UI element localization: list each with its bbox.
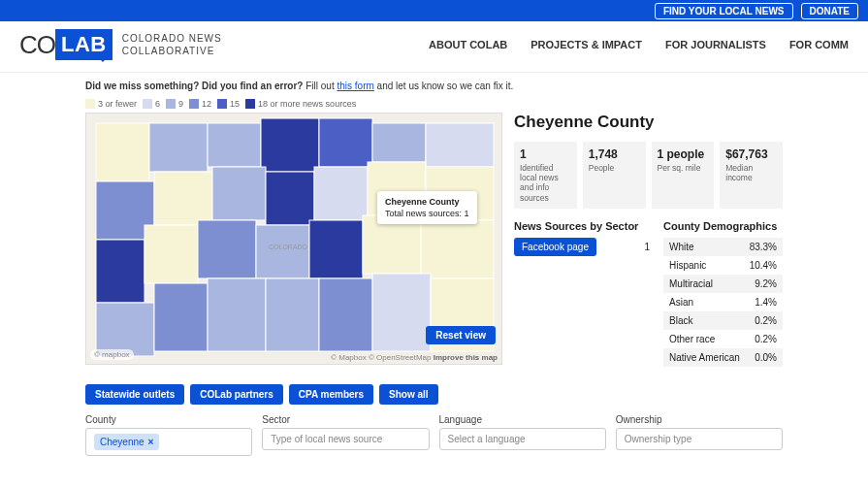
logo-subtitle: COLORADO NEWSCOLLABORATIVE bbox=[122, 32, 222, 57]
stat-income: $67,763Median income bbox=[720, 142, 783, 209]
county-filter-input[interactable]: Cheyenne× bbox=[85, 428, 252, 456]
demographics-table: White83.3% Hispanic10.4% Multiracial9.2%… bbox=[663, 238, 783, 367]
nav-projects[interactable]: PROJECTS & IMPACT bbox=[530, 39, 642, 50]
nav-journalists[interactable]: FOR JOURNALISTS bbox=[665, 39, 766, 50]
header: CO LAB COLORADO NEWSCOLLABORATIVE ABOUT … bbox=[0, 21, 868, 73]
remove-tag-icon[interactable]: × bbox=[148, 437, 154, 447]
svg-rect-4 bbox=[261, 118, 319, 172]
improve-map-link[interactable]: Improve this map bbox=[434, 353, 498, 362]
language-filter-label: Language bbox=[439, 414, 606, 425]
svg-rect-7 bbox=[426, 123, 494, 167]
pill-statewide[interactable]: Statewide outlets bbox=[85, 384, 184, 405]
svg-text:COLORADO: COLORADO bbox=[269, 244, 308, 250]
nav-communities[interactable]: FOR COMM bbox=[789, 39, 849, 50]
svg-rect-26 bbox=[319, 278, 372, 351]
pill-cpa[interactable]: CPA members bbox=[289, 384, 373, 405]
svg-rect-19 bbox=[309, 220, 363, 278]
svg-rect-10 bbox=[212, 167, 266, 220]
county-tag: Cheyenne× bbox=[94, 434, 159, 450]
demographics-heading: County Demographics bbox=[663, 220, 783, 232]
map-legend: 3 or fewer 6 9 12 15 18 or more news sou… bbox=[85, 99, 783, 109]
sectors-heading: News Sources by Sector bbox=[514, 220, 650, 232]
logo-lab: LAB bbox=[55, 29, 113, 60]
svg-rect-22 bbox=[96, 303, 154, 356]
county-filter-label: County bbox=[85, 414, 252, 425]
stat-sources: 1Identified local news and info sources bbox=[514, 142, 577, 209]
svg-rect-23 bbox=[154, 283, 208, 351]
top-bar: FIND YOUR LOCAL NEWS DONATE bbox=[0, 0, 868, 21]
svg-rect-25 bbox=[266, 278, 319, 351]
pill-colab[interactable]: COLab partners bbox=[190, 384, 283, 405]
reset-view-button[interactable]: Reset view bbox=[426, 326, 496, 344]
svg-rect-27 bbox=[372, 274, 431, 351]
map-tooltip: Cheyenne County Total news sources: 1 bbox=[377, 191, 477, 224]
sector-facebook-pill[interactable]: Facebook page bbox=[514, 238, 596, 256]
svg-rect-2 bbox=[149, 123, 208, 172]
logo[interactable]: CO LAB COLORADO NEWSCOLLABORATIVE bbox=[19, 29, 222, 60]
logo-co: CO bbox=[19, 30, 55, 60]
svg-rect-21 bbox=[421, 220, 494, 278]
stat-density: 1 peoplePer sq. mile bbox=[652, 142, 715, 209]
svg-rect-9 bbox=[154, 172, 212, 225]
mapbox-logo: © mapbox bbox=[90, 349, 134, 360]
svg-rect-24 bbox=[208, 278, 266, 351]
svg-rect-3 bbox=[208, 123, 261, 167]
filter-pills: Statewide outlets COLab partners CPA mem… bbox=[85, 384, 783, 405]
svg-rect-6 bbox=[372, 123, 426, 162]
feedback-line: Did we miss something? Did you find an e… bbox=[85, 81, 783, 91]
svg-rect-17 bbox=[198, 220, 256, 278]
find-local-news-button[interactable]: FIND YOUR LOCAL NEWS bbox=[655, 3, 793, 19]
sector-facebook-count: 1 bbox=[644, 242, 650, 252]
stat-people: 1,748People bbox=[583, 142, 646, 209]
pill-showall[interactable]: Show all bbox=[379, 384, 438, 405]
svg-rect-11 bbox=[266, 172, 314, 225]
svg-rect-5 bbox=[319, 118, 372, 167]
svg-rect-15 bbox=[96, 240, 145, 303]
language-filter-input[interactable]: Select a language bbox=[439, 428, 606, 450]
ownership-filter-label: Ownership bbox=[616, 414, 783, 425]
donate-button[interactable]: DONATE bbox=[801, 3, 858, 19]
choropleth-map[interactable]: COLORADO Cheyenne County Total news sour… bbox=[85, 113, 502, 365]
ownership-filter-input[interactable]: Ownership type bbox=[616, 428, 783, 450]
svg-rect-1 bbox=[96, 123, 149, 181]
nav-about[interactable]: ABOUT COLAB bbox=[429, 39, 507, 50]
feedback-link[interactable]: this form bbox=[337, 81, 373, 91]
sector-filter-label: Sector bbox=[262, 414, 429, 425]
stat-cards: 1Identified local news and info sources … bbox=[514, 142, 783, 209]
county-title: Cheyenne County bbox=[514, 113, 783, 132]
main-nav: ABOUT COLAB PROJECTS & IMPACT FOR JOURNA… bbox=[429, 39, 849, 50]
sector-filter-input[interactable]: Type of local news source bbox=[262, 428, 429, 450]
svg-rect-20 bbox=[363, 215, 421, 274]
svg-rect-18 bbox=[256, 225, 309, 278]
map-attribution: © Mapbox © OpenStreetMap Improve this ma… bbox=[331, 353, 498, 362]
svg-rect-12 bbox=[314, 167, 368, 220]
svg-rect-16 bbox=[145, 225, 198, 283]
